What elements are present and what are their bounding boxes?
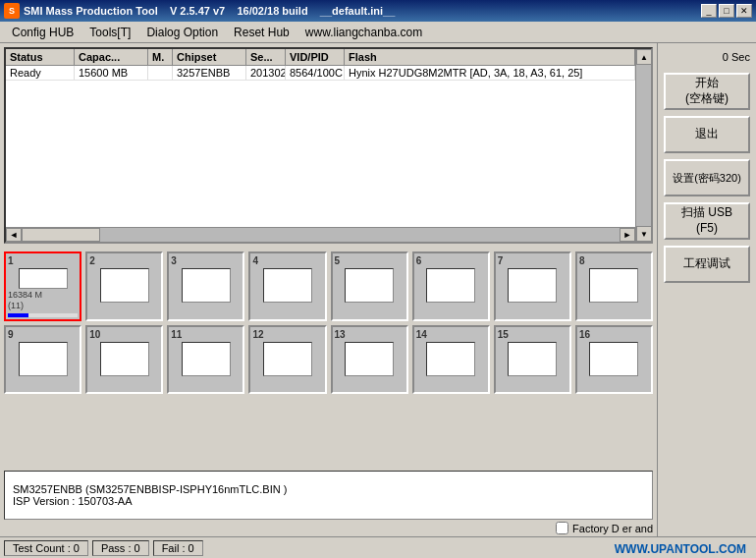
slot-7-number: 7	[498, 255, 504, 266]
slot-7[interactable]: 7	[494, 251, 571, 321]
menu-bar: Config HUB Tools[T] Dialog Option Reset …	[0, 22, 756, 43]
scroll-down-btn[interactable]: ▼	[636, 226, 652, 242]
app-icon: S	[4, 3, 20, 19]
cell-se: 2013028	[246, 66, 286, 80]
col-status: Status	[6, 49, 75, 65]
slot-10[interactable]: 10	[85, 325, 163, 395]
slot-15-inner	[508, 342, 557, 376]
slot-2-inner	[100, 268, 149, 303]
time-display: 0 Sec	[664, 51, 750, 63]
engineering-button[interactable]: 工程调试	[664, 246, 750, 283]
scroll-up-btn[interactable]: ▲	[636, 49, 652, 65]
slot-3[interactable]: 3	[167, 251, 244, 321]
settings-button[interactable]: 设置(密码320)	[664, 159, 750, 196]
slot-9[interactable]: 9	[4, 325, 81, 395]
cell-flash: Hynix H27UDG8M2MTR [AD, 3A, 18, A3, 61, …	[345, 66, 635, 80]
slot-3-inner	[182, 268, 231, 303]
slots-area: 1 16384 M(11) 2 3	[4, 251, 653, 465]
slot-10-inner	[100, 342, 149, 376]
status-bar: Test Count : 0 Pass : 0 Fail : 0 WWW.UPA…	[0, 536, 756, 558]
slot-11[interactable]: 11	[167, 325, 244, 395]
slot-15-number: 15	[498, 329, 509, 340]
slot-11-inner	[182, 342, 231, 376]
slots-grid: 1 16384 M(11) 2 3	[4, 251, 653, 394]
info-area: SM3257ENBB (SM3257ENBBISP-ISPHY16nmTLC.B…	[4, 471, 653, 534]
main-content: Status Capac... M. Chipset Se... VID/PID…	[0, 43, 756, 536]
scan-usb-button[interactable]: 扫描 USB (F5)	[664, 202, 750, 240]
slot-12-number: 12	[252, 329, 263, 340]
slot-8-inner	[589, 268, 638, 303]
menu-website[interactable]: www.liangchanba.com	[297, 24, 430, 41]
scroll-track-v[interactable]	[636, 65, 651, 226]
maximize-button[interactable]: □	[719, 4, 734, 18]
scroll-thumb[interactable]	[22, 228, 100, 242]
slot-3-number: 3	[171, 255, 177, 266]
slot-5-number: 5	[335, 255, 341, 266]
title-buttons: _ □ ✕	[701, 4, 752, 18]
menu-dialog-option[interactable]: Dialog Option	[138, 24, 226, 41]
slot-16-inner	[589, 342, 638, 376]
slot-14-inner	[426, 342, 475, 376]
minimize-button[interactable]: _	[701, 4, 717, 18]
info-line2: ISP Version : 150703-AA	[13, 495, 644, 507]
title-text: SMI Mass Production Tool V 2.5.47 v7 16/…	[24, 5, 395, 17]
pass-section: Pass : 0	[92, 540, 149, 556]
checkbox-area: Factory D er and	[4, 522, 653, 534]
slot-1-progress	[8, 313, 78, 317]
menu-tools[interactable]: Tools[T]	[81, 24, 138, 41]
slot-6-inner	[426, 268, 475, 303]
close-button[interactable]: ✕	[736, 4, 752, 18]
slot-9-inner	[19, 342, 68, 376]
start-button[interactable]: 开始 (空格键)	[664, 73, 750, 110]
scroll-right-btn[interactable]: ►	[620, 228, 635, 242]
slot-9-number: 9	[8, 329, 14, 340]
slot-1-progress-fill	[8, 313, 28, 317]
cell-status: Ready	[6, 66, 75, 80]
slot-16[interactable]: 16	[575, 325, 653, 395]
slot-13-inner	[345, 342, 394, 376]
col-capacity: Capac...	[75, 49, 148, 65]
slot-8[interactable]: 8	[575, 251, 653, 321]
watermark: WWW.UPANTOOL.COM	[615, 542, 746, 556]
factory-label: Factory D er and	[572, 523, 653, 534]
slot-13[interactable]: 13	[331, 325, 408, 395]
device-table: Status Capac... M. Chipset Se... VID/PID…	[4, 47, 653, 244]
slot-2[interactable]: 2	[85, 251, 163, 321]
slot-6[interactable]: 6	[412, 251, 490, 321]
slot-11-number: 11	[171, 329, 182, 340]
slot-1-inner	[19, 268, 68, 289]
table-body: Ready 15600 MB 3257ENBB 2013028 8564/100…	[6, 66, 635, 227]
scroll-track[interactable]	[22, 228, 620, 242]
menu-config-hub[interactable]: Config HUB	[4, 24, 81, 41]
slot-13-number: 13	[335, 329, 346, 340]
menu-reset-hub[interactable]: Reset Hub	[226, 24, 297, 41]
test-count-section: Test Count : 0	[4, 540, 88, 556]
slot-5-inner	[345, 268, 394, 303]
title-bar: S SMI Mass Production Tool V 2.5.47 v7 1…	[0, 0, 756, 22]
cell-vidpid: 8564/100C	[286, 66, 345, 80]
slot-15[interactable]: 15	[494, 325, 571, 395]
v-scrollbar[interactable]: ▲ ▼	[635, 49, 651, 242]
slot-14[interactable]: 14	[412, 325, 490, 395]
info-box: SM3257ENBB (SM3257ENBBISP-ISPHY16nmTLC.B…	[4, 471, 653, 520]
title-bar-left: S SMI Mass Production Tool V 2.5.47 v7 1…	[4, 3, 395, 19]
slot-16-number: 16	[579, 329, 590, 340]
factory-checkbox[interactable]	[556, 522, 568, 534]
info-line1: SM3257ENBB (SM3257ENBBISP-ISPHY16nmTLC.B…	[13, 483, 644, 495]
col-chipset: Chipset	[173, 49, 246, 65]
slot-1-number: 1	[8, 255, 14, 266]
slot-12[interactable]: 12	[248, 325, 326, 395]
slot-8-number: 8	[579, 255, 585, 266]
cell-chipset: 3257ENBB	[173, 66, 246, 80]
scroll-left-btn[interactable]: ◄	[6, 228, 22, 242]
slot-4[interactable]: 4	[248, 251, 326, 321]
exit-button[interactable]: 退出	[664, 116, 750, 153]
h-scrollbar[interactable]: ◄ ►	[6, 227, 635, 242]
slot-1[interactable]: 1 16384 M(11)	[4, 251, 81, 321]
slot-10-number: 10	[89, 329, 100, 340]
fail-section: Fail : 0	[153, 540, 203, 556]
right-panel: 0 Sec 开始 (空格键) 退出 设置(密码320) 扫描 USB (F5) …	[658, 43, 756, 536]
table-row[interactable]: Ready 15600 MB 3257ENBB 2013028 8564/100…	[6, 66, 635, 81]
table-header: Status Capac... M. Chipset Se... VID/PID…	[6, 49, 635, 66]
slot-5[interactable]: 5	[331, 251, 408, 321]
